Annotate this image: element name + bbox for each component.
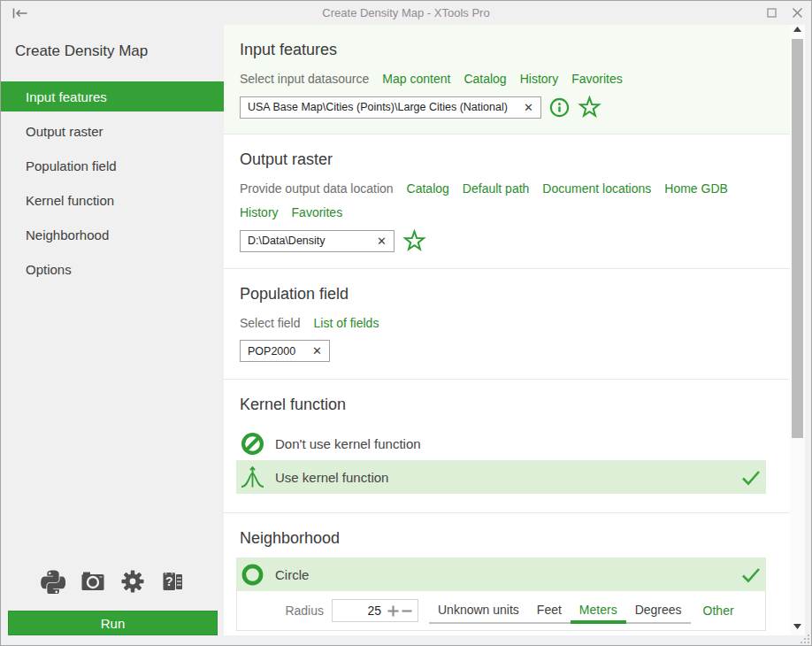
link-map-content[interactable]: Map content <box>382 71 450 87</box>
tab-feet[interactable]: Feet <box>528 597 571 622</box>
option-dont-use-kernel[interactable]: Don't use kernel function <box>236 430 766 457</box>
section-title: Neighborhood <box>240 527 790 549</box>
link-history[interactable]: History <box>520 71 559 87</box>
python-icon[interactable] <box>41 569 65 594</box>
svg-text:?: ? <box>165 574 173 588</box>
tab-degrees[interactable]: Degrees <box>626 597 691 622</box>
run-button[interactable]: Run <box>8 611 218 635</box>
kernel-function-icon <box>241 465 264 489</box>
decrement-icon[interactable] <box>402 605 412 617</box>
sidebar-title: Create Density Map <box>15 42 224 60</box>
population-field-input[interactable]: POP2000 ✕ <box>240 340 330 362</box>
window-right-frame <box>805 25 811 635</box>
close-button[interactable] <box>792 7 803 19</box>
sidebar-item-input-features[interactable]: Input features <box>1 81 224 112</box>
check-icon <box>741 566 761 583</box>
sidebar: Create Density Map Input features Output… <box>1 25 224 635</box>
sidebar-item-options[interactable]: Options <box>1 254 224 284</box>
link-favorites[interactable]: Favorites <box>292 204 343 220</box>
sidebar-item-kernel-function[interactable]: Kernel function <box>1 185 224 215</box>
link-catalog[interactable]: Catalog <box>407 181 449 196</box>
section-output-raster: Output raster Provide output data locati… <box>224 135 790 269</box>
input-datasource-label: Select input datasource <box>240 71 369 87</box>
link-favorites[interactable]: Favorites <box>571 71 623 87</box>
sidebar-item-output-raster[interactable]: Output raster <box>1 116 224 146</box>
help-icon[interactable]: ? <box>160 569 185 594</box>
check-icon <box>741 469 761 486</box>
link-home-gdb[interactable]: Home GDB <box>664 181 728 196</box>
link-document-locations[interactable]: Document locations <box>542 181 651 196</box>
option-circle[interactable]: Circle <box>236 558 766 591</box>
circle-icon <box>241 563 264 587</box>
radius-panel: Radius 25 Unknown units Feet Meters <box>236 591 766 631</box>
select-field-label: Select field <box>240 315 300 331</box>
collapse-panel-icon[interactable] <box>11 7 29 19</box>
increment-icon[interactable] <box>387 605 399 617</box>
camera-icon[interactable] <box>80 569 105 594</box>
section-title: Kernel function <box>240 394 790 415</box>
link-catalog[interactable]: Catalog <box>463 71 506 87</box>
favorite-star-icon[interactable] <box>578 96 601 119</box>
window-bottom-frame <box>1 635 811 645</box>
no-kernel-icon <box>241 432 264 456</box>
tab-unknown-units[interactable]: Unknown units <box>429 597 528 622</box>
link-list-of-fields[interactable]: List of fields <box>313 315 379 331</box>
units-tabs: Unknown units Feet Meters Degrees <box>429 597 691 624</box>
scroll-up-icon[interactable] <box>793 27 801 32</box>
link-default-path[interactable]: Default path <box>463 181 530 196</box>
output-raster-field[interactable]: D:\Data\Density ✕ <box>240 230 395 252</box>
output-location-label: Provide output data location <box>240 181 394 196</box>
main-content: Input features Select input datasource M… <box>224 25 790 635</box>
favorite-star-icon[interactable] <box>402 229 426 252</box>
sidebar-nav: Input features Output raster Population … <box>1 81 224 288</box>
section-title: Population field <box>240 283 790 304</box>
option-use-kernel[interactable]: Use kernel function <box>236 460 766 494</box>
gear-icon[interactable] <box>120 569 145 594</box>
section-input-features: Input features Select input datasource M… <box>224 25 790 135</box>
titlebar: Create Density Map - XTools Pro <box>1 1 811 25</box>
scrollbar[interactable] <box>790 25 805 635</box>
maximize-button[interactable] <box>767 8 777 18</box>
section-kernel-function: Kernel function Don't use kernel functio… <box>224 380 790 513</box>
clear-icon[interactable]: ✕ <box>517 101 533 114</box>
section-neighborhood: Neighborhood Circle Radius 25 <box>224 513 790 635</box>
radius-input[interactable]: 25 <box>332 599 418 622</box>
scrollbar-thumb[interactable] <box>792 39 803 438</box>
scroll-down-icon[interactable] <box>793 624 801 629</box>
xtools-create-density-map-window: Create Density Map - XTools Pro Create D… <box>0 0 812 646</box>
clear-icon[interactable]: ✕ <box>370 235 387 248</box>
sidebar-item-population-field[interactable]: Population field <box>1 150 224 181</box>
resize-grip[interactable] <box>801 634 810 644</box>
section-title: Input features <box>240 39 790 60</box>
sidebar-item-neighborhood[interactable]: Neighborhood <box>1 219 224 250</box>
section-population-field: Population field Select field List of fi… <box>224 269 790 380</box>
link-history[interactable]: History <box>240 204 279 220</box>
window-title: Create Density Map - XTools Pro <box>1 6 811 19</box>
radius-label: Radius <box>237 604 324 618</box>
info-icon[interactable] <box>549 97 570 118</box>
tab-meters[interactable]: Meters <box>571 597 626 622</box>
link-other-units[interactable]: Other <box>703 604 734 618</box>
input-features-field[interactable]: USA Base Map\Cities (Points)\Large Citie… <box>240 96 541 119</box>
section-title: Output raster <box>240 149 790 170</box>
clear-icon[interactable]: ✕ <box>305 344 322 358</box>
